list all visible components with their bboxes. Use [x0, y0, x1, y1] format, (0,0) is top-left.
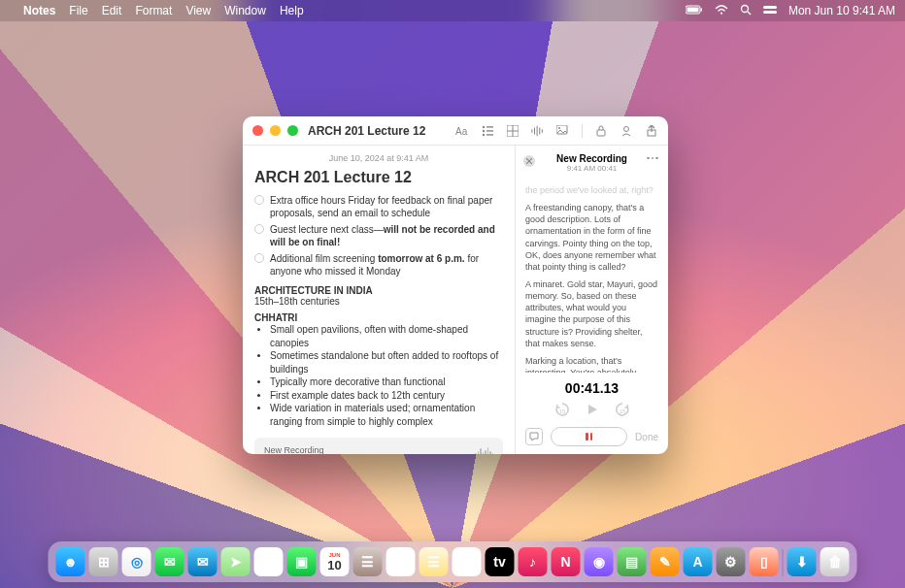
checkbox-icon[interactable]: [254, 224, 264, 234]
dock-appstore[interactable]: A: [684, 547, 713, 576]
menu-view[interactable]: View: [185, 4, 211, 17]
svg-text:15: 15: [559, 408, 565, 414]
toolbar-divider: [582, 124, 583, 138]
menu-format[interactable]: Format: [135, 4, 172, 17]
recording-widget-title: New Recording: [264, 445, 324, 454]
checklist-item[interactable]: Extra office hours Friday for feedback o…: [254, 194, 503, 219]
dock-calendar[interactable]: JUN10: [320, 547, 350, 576]
menu-window[interactable]: Window: [224, 4, 266, 17]
control-center-icon[interactable]: [763, 4, 777, 17]
transcript-toggle-button[interactable]: [525, 428, 543, 445]
dock-safari[interactable]: ◎: [122, 547, 151, 576]
dock-mirror[interactable]: ▯: [750, 547, 779, 576]
checklist-button[interactable]: [481, 124, 494, 138]
dock-music[interactable]: ♪: [519, 547, 548, 576]
more-options-button[interactable]: [647, 155, 660, 161]
minimize-button[interactable]: [270, 125, 281, 136]
dock-launchpad[interactable]: ⊞: [89, 547, 118, 576]
format-button[interactable]: Aa: [455, 124, 469, 138]
menubar-clock[interactable]: Mon Jun 10 9:41 AM: [788, 4, 895, 17]
checklist: Extra office hours Friday for feedback o…: [254, 194, 503, 278]
section-heading: ARCHITECTURE IN INDIA: [254, 285, 503, 296]
dock-downloads[interactable]: ⬇: [788, 547, 817, 576]
waveform-icon: [475, 447, 493, 455]
play-button[interactable]: [587, 402, 598, 419]
dock-divider: [783, 549, 784, 576]
dock-maps[interactable]: ➤: [221, 547, 251, 576]
note-editor[interactable]: June 10, 2024 at 9:41 AM ARCH 201 Lectur…: [243, 146, 515, 454]
menu-help[interactable]: Help: [280, 4, 304, 17]
battery-icon[interactable]: [686, 4, 703, 17]
transcript-line: A freestanding canopy, that's a good des…: [525, 202, 658, 273]
svg-point-13: [483, 133, 485, 135]
close-button[interactable]: [252, 125, 263, 136]
checklist-item[interactable]: Guest lecture next class—will not be rec…: [254, 223, 503, 248]
close-panel-button[interactable]: [523, 155, 535, 167]
dock-numbers[interactable]: ▤: [618, 547, 647, 576]
dock-notes[interactable]: ☰: [419, 547, 449, 576]
svg-text:Aa: Aa: [455, 126, 468, 137]
transcript-line: A minaret. Gold star, Mayuri, good memor…: [525, 278, 658, 349]
collaborate-button[interactable]: [620, 124, 633, 138]
svg-rect-12: [486, 130, 493, 131]
checkbox-icon[interactable]: [254, 195, 264, 205]
table-button[interactable]: [506, 124, 520, 138]
dock-mail[interactable]: ✉: [188, 547, 218, 576]
dock-facetime[interactable]: ▣: [287, 547, 317, 576]
pause-recording-button[interactable]: [551, 427, 627, 446]
checklist-text: Guest lecture next class—will not be rec…: [270, 223, 503, 248]
svg-point-4: [741, 5, 748, 12]
zoom-button[interactable]: [287, 125, 298, 136]
menubar-app-name[interactable]: Notes: [23, 4, 55, 17]
svg-rect-2: [700, 9, 702, 12]
transcript-panel: New Recording 9:41 AM 00:41 the period w…: [515, 146, 668, 454]
svg-point-11: [483, 129, 485, 131]
svg-rect-1: [687, 8, 698, 13]
dock: ☻⊞◎✉✉➤✿▣JUN10☰☰☰〰tv♪N◉▤✎A⚙▯⬇🗑: [49, 541, 857, 582]
dock-trash[interactable]: 🗑: [821, 547, 850, 576]
dock-photos[interactable]: ✿: [254, 547, 284, 576]
checkbox-icon[interactable]: [254, 253, 264, 263]
checklist-item[interactable]: Additional film screening tomorrow at 6 …: [254, 252, 503, 278]
dock-news[interactable]: N: [552, 547, 581, 576]
recording-attachment[interactable]: New Recording 00:41: [254, 438, 503, 454]
spotlight-icon[interactable]: [740, 4, 752, 18]
dock-pages[interactable]: ✎: [651, 547, 680, 576]
dock-reminders[interactable]: ☰: [386, 547, 416, 576]
svg-text:15: 15: [620, 408, 625, 414]
dock-freeform[interactable]: 〰: [452, 547, 482, 576]
checklist-text: Extra office hours Friday for feedback o…: [270, 194, 503, 219]
done-button[interactable]: Done: [635, 432, 658, 442]
wifi-icon[interactable]: [715, 4, 728, 17]
bullet-item: Wide variation in materials used; orname…: [270, 402, 503, 428]
skip-forward-button[interactable]: 15: [614, 402, 631, 419]
dock-contacts[interactable]: ☰: [353, 547, 383, 576]
bullet-item: First example dates back to 12th century: [270, 389, 503, 403]
section-heading: CHHATRI: [254, 312, 503, 323]
bullet-list: Small open pavilions, often with dome-sh…: [270, 323, 503, 428]
transcript-line: Marking a location, that's interesting. …: [525, 355, 658, 373]
dock-finder[interactable]: ☻: [56, 547, 85, 576]
media-button[interactable]: [556, 124, 570, 138]
dock-tv[interactable]: tv: [486, 547, 515, 576]
bullet-item: Sometimes standalone but often added to …: [270, 349, 503, 376]
svg-rect-10: [486, 126, 493, 127]
bullet-item: Small open pavilions, often with dome-sh…: [270, 323, 503, 349]
dock-podcasts[interactable]: ◉: [585, 547, 614, 576]
svg-point-3: [721, 13, 722, 15]
transcript-text[interactable]: the period we've looked at, right? A fre…: [516, 179, 668, 373]
note-title: ARCH 201 Lecture 12: [254, 169, 503, 186]
dock-settings[interactable]: ⚙: [717, 547, 746, 576]
menu-file[interactable]: File: [69, 4, 87, 17]
menu-edit[interactable]: Edit: [102, 4, 122, 17]
checklist-text: Additional film screening tomorrow at 6 …: [270, 252, 503, 278]
bullet-item: Typically more decorative than functiona…: [270, 376, 503, 389]
svg-line-5: [748, 12, 751, 15]
skip-back-button[interactable]: 15: [553, 402, 571, 419]
share-button[interactable]: [645, 124, 658, 138]
lock-button[interactable]: [594, 124, 608, 138]
dock-messages[interactable]: ✉: [155, 547, 184, 576]
audio-button[interactable]: [531, 124, 545, 138]
svg-point-9: [483, 125, 485, 127]
window-titlebar[interactable]: ARCH 201 Lecture 12 Aa: [243, 116, 668, 146]
